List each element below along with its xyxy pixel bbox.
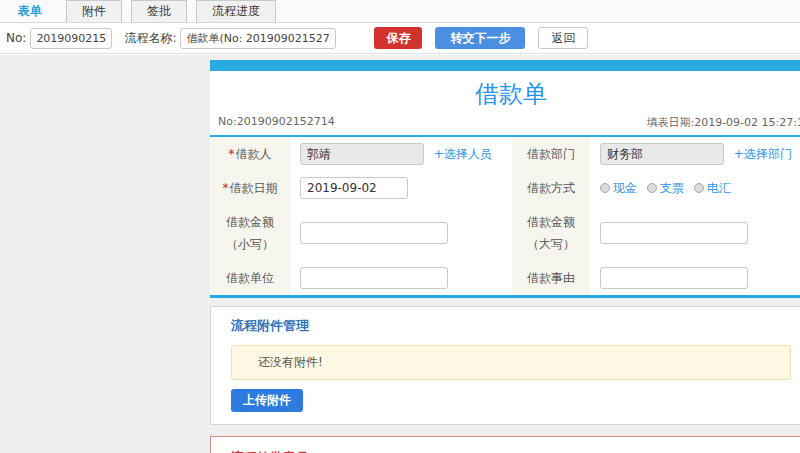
radio-cash[interactable]: 现金 [600, 180, 637, 197]
reason-label: 借款事由 [512, 261, 590, 295]
attachments-card: 流程附件管理 还没有附件! 上传附件 [210, 306, 800, 425]
tab-attachment[interactable]: 附件 [66, 0, 122, 22]
next-step-button[interactable]: 转交下一步 [435, 27, 525, 49]
borrower-cell: +选择人员 [290, 137, 512, 171]
required-asterisk: * [229, 147, 235, 161]
borrow-date-label: *借款日期 [210, 171, 290, 205]
approval-card: 流程签批意见 B I abc ✎ ∞ ⊘ ⚑ [210, 436, 800, 453]
borrower-label: *借款人 [210, 137, 290, 171]
reason-cell [590, 261, 800, 295]
borrow-date-input[interactable] [300, 177, 408, 199]
tab-approve[interactable]: 签批 [131, 0, 187, 22]
amount-upper-cell [590, 205, 800, 261]
unit-cell [290, 261, 512, 295]
doc-number: No:20190902152714 [218, 115, 335, 130]
department-input[interactable] [600, 143, 724, 165]
process-name-label: 流程名称: [124, 30, 176, 47]
panel-top-bar [210, 60, 800, 71]
process-name-input[interactable] [180, 28, 336, 49]
table-row: *借款人 +选择人员 借款部门 +选择部门 [210, 137, 800, 171]
reason-input[interactable] [600, 267, 748, 289]
amount-lower-cell [290, 205, 512, 261]
department-label: 借款部门 [512, 137, 590, 171]
borrower-input[interactable] [300, 143, 424, 165]
payment-method-cell: 现金 支票 电汇 [590, 171, 800, 205]
table-row: 借款金额（小写） 借款金额（大写） [210, 205, 800, 261]
table-row: *借款日期 借款方式 现金 支票 [210, 171, 800, 205]
form-title: 借款单 [210, 71, 800, 107]
department-cell: +选择部门 [590, 137, 800, 171]
required-asterisk: * [223, 181, 229, 195]
tab-progress[interactable]: 流程进度 [196, 0, 276, 22]
select-person-link[interactable]: +选择人员 [434, 147, 492, 161]
main-panel: 借款单 No:20190902152714 填表日期:2019-09-02 15… [210, 60, 800, 453]
select-department-link[interactable]: +选择部门 [734, 147, 792, 161]
amount-upper-label: 借款金额（大写） [512, 205, 590, 261]
attachments-title: 流程附件管理 [231, 317, 791, 335]
radio-wire[interactable]: 电汇 [694, 180, 731, 197]
no-input[interactable] [30, 28, 112, 49]
no-label: No: [6, 31, 26, 45]
loan-form-table: *借款人 +选择人员 借款部门 +选择部门 *借款日期 [210, 137, 800, 295]
payment-method-radios: 现金 支票 电汇 [600, 180, 800, 197]
table-row: 借款单位 借款事由 [210, 261, 800, 295]
payment-method-label: 借款方式 [512, 171, 590, 205]
form-meta: No:20190902152714 填表日期:2019-09-02 15:27:… [210, 107, 800, 135]
fill-date: 填表日期:2019-09-02 15:27:1 [646, 115, 800, 130]
back-button[interactable]: 返回 [538, 27, 588, 49]
amount-lower-label: 借款金额（小写） [210, 205, 290, 261]
upload-attachment-button[interactable]: 上传附件 [231, 389, 303, 412]
radio-icon[interactable] [694, 183, 704, 193]
unit-label: 借款单位 [210, 261, 290, 295]
tab-form[interactable]: 表单 [8, 0, 52, 22]
tab-strip: 表单 附件 签批 流程进度 [0, 0, 800, 23]
unit-input[interactable] [300, 267, 448, 289]
amount-lower-input[interactable] [300, 222, 448, 244]
command-bar: No: 流程名称: 保存 转交下一步 返回 [0, 23, 800, 54]
amount-upper-input[interactable] [600, 222, 748, 244]
approval-title: 流程签批意见 [231, 449, 791, 453]
radio-icon[interactable] [647, 183, 657, 193]
radio-icon[interactable] [600, 183, 610, 193]
radio-cheque[interactable]: 支票 [647, 180, 684, 197]
content-area: 借款单 No:20190902152714 填表日期:2019-09-02 15… [0, 55, 800, 453]
save-button[interactable]: 保存 [374, 27, 422, 49]
borrow-date-cell [290, 171, 512, 205]
no-attachments-notice: 还没有附件! [231, 345, 791, 380]
loan-form-card: 借款单 No:20190902152714 填表日期:2019-09-02 15… [210, 71, 800, 298]
